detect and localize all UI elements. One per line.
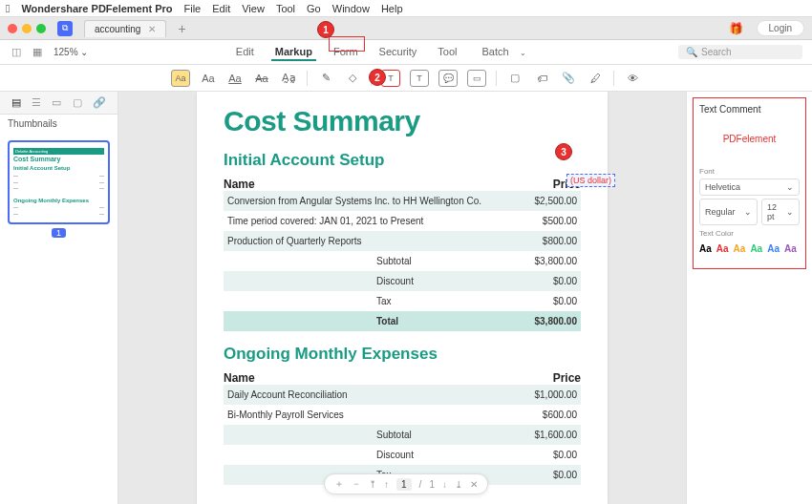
strike-tool-icon[interactable]: Aa — [253, 70, 270, 87]
col-price: Price — [553, 371, 581, 385]
weight-value: Regular — [705, 207, 736, 217]
font-weight-dropdown[interactable]: Regular ⌄ — [699, 199, 758, 225]
zoom-dropdown[interactable]: 125% ⌄ — [53, 47, 88, 57]
chevron-down-icon: ⌄ — [786, 182, 794, 192]
document-canvas[interactable]: Cost Summary Initial Account Setup Name … — [118, 92, 686, 504]
stamp-tool-icon[interactable]: 🏷 — [533, 70, 550, 87]
first-page-button[interactable]: ⤒ — [369, 479, 376, 490]
menu-go[interactable]: Go — [307, 3, 321, 14]
section2-title: Ongoing Monthly Expenses — [224, 345, 581, 364]
chevron-down-icon: ⌄ — [786, 207, 794, 217]
color-black[interactable]: Aa — [699, 243, 712, 254]
titlebar: ⧉ accounting ✕ + 🎁 Login — [0, 17, 812, 40]
chevron-down-icon: ⌄ — [80, 47, 88, 57]
sidebar-title: Thumbnails — [0, 115, 118, 133]
pencil-tool-icon[interactable]: ✎ — [317, 70, 334, 87]
text-comment-annotation[interactable]: (US dollar) — [566, 174, 615, 187]
page-thumbnail[interactable]: Deloitte Accounting Cost Summary Initial… — [8, 140, 110, 224]
underline-tool-icon[interactable]: Aa — [226, 70, 244, 87]
attachments-tab-icon[interactable]: 🔗 — [93, 96, 106, 109]
color-purple[interactable]: Aa — [784, 243, 797, 254]
bookmarks-tab-icon[interactable]: ☰ — [32, 96, 41, 109]
app-name[interactable]: Wondershare PDFelement Pro — [21, 3, 172, 14]
textbox-tool-icon[interactable]: T — [410, 70, 429, 87]
col-name: Name — [224, 371, 255, 385]
close-window-button[interactable] — [8, 24, 17, 33]
total-row: Total$3,800.00 — [224, 311, 581, 331]
show-comments-icon[interactable]: 👁 — [624, 70, 641, 87]
shape-tool-icon[interactable]: ▢ — [506, 70, 524, 87]
tab-markup[interactable]: Markup — [271, 44, 316, 61]
sidebar-toggle-icon[interactable]: ◫ — [10, 46, 23, 59]
next-page-button[interactable]: ↓ — [442, 479, 447, 490]
attachment-tool-icon[interactable]: 📎 — [560, 70, 577, 87]
tab-batch-label: Batch — [479, 44, 513, 59]
document-tab[interactable]: accounting ✕ — [84, 20, 166, 37]
main-area: ▤ ☰ ▭ ▢ 🔗 Thumbnails Deloitte Accounting… — [0, 92, 812, 504]
color-green[interactable]: Aa — [750, 243, 762, 254]
close-pager-button[interactable]: ✕ — [470, 479, 478, 490]
color-orange[interactable]: Aa — [734, 243, 746, 254]
search-input[interactable]: 🔍 Search — [678, 45, 802, 59]
menu-tool[interactable]: Tool — [276, 3, 295, 14]
callout-tool-icon[interactable]: 💬 — [438, 70, 458, 87]
search-tab-icon[interactable]: ▢ — [73, 96, 82, 109]
signature-tool-icon[interactable]: 🖊 — [587, 70, 604, 87]
apple-icon:  — [6, 2, 10, 15]
right-sidebar: Text Comment PDFelement Font Helvetica ⌄… — [686, 92, 812, 504]
last-page-button[interactable]: ⤓ — [455, 479, 462, 490]
login-button[interactable]: Login — [757, 20, 804, 36]
zoom-in-button[interactable]: － — [352, 477, 361, 491]
current-page-input[interactable]: 1 — [396, 478, 412, 491]
text-preview: PDFelement — [699, 115, 800, 163]
menu-window[interactable]: Window — [332, 3, 370, 14]
font-size-dropdown[interactable]: 12 pt ⌄ — [761, 199, 800, 225]
color-blue[interactable]: Aa — [767, 243, 780, 254]
tax-row: Tax$0.00 — [224, 291, 581, 311]
tab-tool[interactable]: Tool — [434, 44, 460, 61]
font-label: Font — [699, 167, 800, 176]
annotations-tab-icon[interactable]: ▭ — [52, 96, 61, 109]
app-logo-icon: ⧉ — [57, 21, 73, 36]
text-comment-panel: Text Comment PDFelement Font Helvetica ⌄… — [693, 97, 806, 269]
discount-row: Discount$0.00 — [224, 445, 581, 465]
search-placeholder: Search — [701, 47, 732, 57]
thumb-h1: Cost Summary — [13, 155, 104, 163]
tab-edit[interactable]: Edit — [232, 44, 258, 61]
font-family-dropdown[interactable]: Helvetica ⌄ — [699, 178, 800, 196]
menu-view[interactable]: View — [242, 3, 265, 14]
step-badge-1: 1 — [317, 21, 334, 38]
subtotal-row: Subtotal$3,800.00 — [224, 251, 581, 271]
tab-batch[interactable]: Batch ⌄ — [475, 44, 534, 61]
thumb-s2: Ongoing Monthly Expenses — [13, 198, 104, 205]
eraser-tool-icon[interactable]: ◇ — [344, 70, 361, 87]
minimize-window-button[interactable] — [22, 24, 32, 33]
menu-help[interactable]: Help — [381, 3, 403, 14]
thumb-s1: Initial Account Setup — [13, 165, 104, 173]
tab-form[interactable]: Form — [330, 44, 362, 61]
maximize-window-button[interactable] — [36, 24, 46, 33]
mac-menubar:  Wondershare PDFelement Pro File Edit V… — [0, 0, 812, 17]
new-tab-button[interactable]: + — [178, 21, 185, 36]
zoom-out-button[interactable]: ＋ — [334, 477, 344, 491]
close-tab-icon[interactable]: ✕ — [148, 24, 156, 34]
tab-security[interactable]: Security — [375, 44, 421, 61]
squiggly-tool-icon[interactable]: A̰a̰ — [280, 70, 297, 87]
thumbnails-tab-icon[interactable]: ▤ — [11, 96, 21, 109]
highlight-tool-icon[interactable]: Aa — [171, 70, 190, 87]
left-sidebar: ▤ ☰ ▭ ▢ 🔗 Thumbnails Deloitte Accounting… — [0, 92, 118, 504]
font-value: Helvetica — [705, 182, 740, 192]
menu-file[interactable]: File — [184, 3, 202, 14]
gift-icon[interactable]: 🎁 — [729, 22, 743, 35]
step-badge-2: 2 — [369, 69, 386, 86]
prev-page-button[interactable]: ↑ — [384, 479, 389, 490]
text-style-icon[interactable]: Aa — [200, 70, 217, 87]
step-badge-3: 3 — [555, 143, 572, 160]
discount-row: Discount$0.00 — [224, 271, 581, 291]
sticky-note-tool-icon[interactable]: ▭ — [467, 70, 486, 87]
menu-edit[interactable]: Edit — [212, 3, 230, 14]
doc-title: Cost Summary — [224, 105, 581, 137]
view-grid-icon[interactable]: ▦ — [31, 46, 44, 59]
color-red[interactable]: Aa — [716, 243, 729, 254]
table-row: Production of Quarterly Reports$800.00 — [224, 231, 581, 251]
